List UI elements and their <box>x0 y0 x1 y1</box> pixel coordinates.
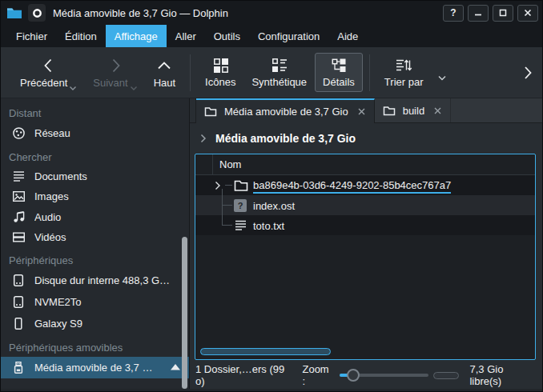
dolphin-window: Média amovible de 3,7 Gio — Dolphin ? Fi… <box>0 0 543 392</box>
menu-aide[interactable]: Aide <box>328 25 367 47</box>
close-button[interactable] <box>517 5 538 22</box>
tab-close-icon[interactable] <box>433 106 442 115</box>
sidebar-item-nvme2to[interactable]: NVME2To <box>1 291 189 313</box>
sidebar-item-label: Galaxy S9 <box>34 318 181 330</box>
section-chercher: Chercher <box>1 144 189 166</box>
sidebar-item-label: Média amovible de 3,7 … <box>34 362 158 374</box>
sidebar-item-label: Vidéos <box>34 231 181 243</box>
details-view-icon <box>331 58 347 73</box>
file-name[interactable]: ba869e4b-03d6-4249-9202-85b4cec767a7 <box>253 179 451 194</box>
usb-drive-icon <box>11 361 26 374</box>
sidebar-item-images[interactable]: Images <box>1 186 189 206</box>
section-peripheriques: Périphériques <box>1 247 189 270</box>
expander-column <box>195 154 213 174</box>
tabbar: Média amovible de 3,7 Gio build <box>190 98 542 123</box>
back-button[interactable]: Précédent <box>12 53 85 93</box>
chevron-left-icon <box>40 58 58 74</box>
sort-dropdown-chevron-icon[interactable] <box>437 75 447 82</box>
file-row-index-ost[interactable]: ? index.ost <box>195 195 535 215</box>
file-row-toto-txt[interactable]: toto.txt <box>195 215 535 235</box>
window-controls: ? <box>443 5 538 22</box>
chevron-up-icon <box>155 58 173 74</box>
menu-affichage[interactable]: Affichage <box>106 25 167 47</box>
toolbar-separator <box>190 54 191 91</box>
toolbar-overflow-chevron-icon[interactable] <box>523 65 533 81</box>
tree-line <box>223 205 232 206</box>
sidebar-item-disque-interne[interactable]: Disque dur interne 488,3 G… <box>1 270 189 291</box>
sidebar-item-label: Disque dur interne 488,3 G… <box>34 274 181 286</box>
section-distant: Distant <box>1 102 189 122</box>
network-icon <box>11 126 26 140</box>
folder-icon <box>234 179 248 191</box>
sort-by-label: Trier par <box>384 77 424 87</box>
sidebar-item-reseau[interactable]: Réseau <box>1 122 189 144</box>
tab-label: build <box>403 105 424 117</box>
sidebar-item-galaxy-s9[interactable]: Galaxy S9 <box>1 313 189 334</box>
text-file-icon <box>234 219 247 231</box>
details-view-button[interactable]: Détails <box>315 53 363 92</box>
sidebar-item-audio[interactable]: Audio <box>1 206 189 227</box>
documents-icon <box>11 170 26 182</box>
toolbar: Précédent Suivant Haut Icônes <box>1 47 542 98</box>
sidebar-item-media-amovible[interactable]: Média amovible de 3,7 … <box>1 357 189 378</box>
sort-icon <box>395 58 412 73</box>
menu-edition[interactable]: Édition <box>56 25 106 47</box>
forward-label: Suivant <box>93 78 127 88</box>
status-summary: 1 Dossier,…ers (99 o) <box>195 363 291 387</box>
chevron-right-icon[interactable] <box>200 134 207 143</box>
icons-view-label: Icônes <box>205 77 235 87</box>
folder-icon <box>204 106 217 117</box>
tab-close-icon[interactable] <box>357 107 366 116</box>
window-title: Média amovible de 3,7 Gio — Dolphin <box>53 7 228 19</box>
chevron-down-icon <box>130 86 138 91</box>
maximize-button[interactable] <box>493 5 513 22</box>
column-header-nom[interactable]: Nom <box>213 154 241 174</box>
menu-outils[interactable]: Outils <box>205 25 249 47</box>
expand-chevron-icon[interactable] <box>215 181 221 190</box>
back-label: Précédent <box>20 78 67 88</box>
menu-configuration[interactable]: Configuration <box>249 25 328 47</box>
tree-line <box>222 189 223 226</box>
image-icon <box>11 190 26 202</box>
file-name[interactable]: index.ost <box>253 199 295 211</box>
zoom-slider[interactable] <box>340 368 429 382</box>
hard-drive-icon <box>11 274 26 287</box>
close-icon <box>524 9 532 17</box>
phone-icon <box>11 317 26 330</box>
up-button[interactable]: Haut <box>146 53 183 93</box>
file-name[interactable]: toto.txt <box>253 219 284 231</box>
music-note-icon <box>11 210 26 223</box>
zoom-slider-handle[interactable] <box>347 369 360 382</box>
menu-aller[interactable]: Aller <box>167 25 205 47</box>
forward-button[interactable]: Suivant <box>85 53 145 93</box>
minimize-button[interactable] <box>468 5 489 22</box>
app-menu-button[interactable] <box>28 4 46 22</box>
compact-view-button[interactable]: Synthétique <box>243 53 315 92</box>
tab-build[interactable]: build <box>375 98 451 122</box>
free-space-bar <box>433 372 459 379</box>
sidebar-item-videos[interactable]: Vidéos <box>1 227 189 247</box>
sidebar-scrollbar[interactable] <box>182 237 187 389</box>
chevron-down-icon <box>69 86 77 91</box>
maximize-icon <box>499 9 507 17</box>
tree-line <box>223 225 232 226</box>
sidebar-item-label: Documents <box>34 170 181 182</box>
menu-fichier[interactable]: Fichier <box>7 25 56 47</box>
help-button[interactable]: ? <box>443 5 464 22</box>
sidebar-item-documents[interactable]: Documents <box>1 166 189 186</box>
content-area: Média amovible de 3,7 Gio build Média am… <box>190 98 542 389</box>
horizontal-scrollbar[interactable] <box>200 348 331 355</box>
file-row-folder[interactable]: ba869e4b-03d6-4249-9202-85b4cec767a7 <box>195 175 535 195</box>
sort-by-button[interactable]: Trier par <box>376 53 432 92</box>
icons-view-button[interactable]: Icônes <box>197 53 243 92</box>
statusbar: 1 Dossier,…ers (99 o) Zoom : 7,3 Gio lib… <box>190 362 542 389</box>
folder-icon <box>383 106 396 116</box>
tree-line <box>225 185 232 186</box>
sidebar-item-label: Réseau <box>34 127 181 139</box>
breadcrumb-location[interactable]: Média amovible de 3,7 Gio <box>215 132 356 145</box>
tab-media-amovible[interactable]: Média amovible de 3,7 Gio <box>196 98 375 123</box>
menubar: Fichier Édition Affichage Aller Outils C… <box>1 25 542 47</box>
eject-icon[interactable] <box>170 363 181 372</box>
file-view-wrap: Nom ba869e4b-03d6-4249-9202-85b4cec767a7 <box>195 154 536 360</box>
sidebar-item-label: Images <box>34 190 181 202</box>
